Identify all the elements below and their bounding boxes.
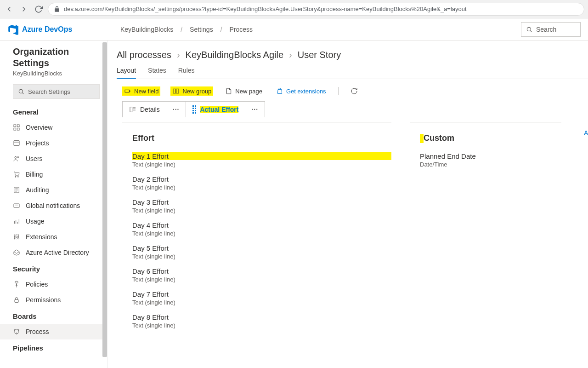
new-page-icon — [225, 87, 232, 95]
new-group-button[interactable]: New group — [170, 86, 213, 96]
field-name: Day 8 Effort — [132, 313, 391, 321]
logo-area[interactable]: Azure DevOps — [7, 24, 120, 35]
field-type: Text (single line) — [132, 253, 391, 260]
sidebar-search-placeholder: Search Settings — [28, 88, 70, 95]
field-name: Day 2 Effort — [132, 175, 391, 183]
truncated-panel: A — [580, 122, 588, 368]
page-breadcrumb: All processes › KeyBuildingBlocks Agile … — [117, 50, 588, 60]
get-extensions-link[interactable]: Get extensions — [274, 86, 328, 96]
tab-layout[interactable]: Layout — [117, 67, 136, 79]
svg-rect-26 — [15, 281, 18, 283]
page-tab-details[interactable]: Details ··· — [122, 101, 186, 117]
details-icon — [129, 106, 136, 113]
back-icon[interactable] — [4, 4, 15, 15]
browser-bar: dev.azure.com/KeyBuildingBlocks/_setting… — [0, 0, 588, 18]
field-type: Text (single line) — [132, 276, 391, 283]
sidebar-item-users[interactable]: Users — [13, 151, 100, 167]
svg-point-32 — [16, 333, 17, 334]
new-group-icon — [172, 87, 180, 95]
svg-point-24 — [16, 236, 17, 238]
refresh-button[interactable] — [349, 86, 360, 96]
page-tab-actual-effort[interactable]: Actual Effort ··· — [186, 101, 265, 117]
more-icon[interactable]: ··· — [251, 106, 258, 113]
top-header: Azure DevOps KeyBuildingBlocks/ Settings… — [0, 18, 588, 40]
page-crumb-process[interactable]: KeyBuildingBlocks Agile — [186, 50, 283, 60]
breadcrumb-item[interactable]: Settings — [190, 26, 213, 33]
tab-states[interactable]: States — [148, 67, 166, 79]
svg-point-31 — [18, 329, 19, 331]
new-page-button[interactable]: New page — [223, 86, 264, 96]
sidebar-item-usage[interactable]: Usage — [13, 213, 100, 229]
group-title: Effort — [132, 133, 154, 143]
tab-rules[interactable]: Rules — [178, 67, 195, 79]
field-item[interactable]: Day 6 EffortText (single line) — [132, 267, 391, 283]
field-name: Day 4 Effort — [132, 221, 391, 229]
search-icon — [526, 26, 532, 33]
page-crumb-all-processes[interactable]: All processes — [117, 50, 171, 60]
field-item[interactable]: Day 7 EffortText (single line) — [132, 290, 391, 306]
sidebar-item-overview[interactable]: Overview — [13, 120, 100, 135]
svg-rect-4 — [14, 125, 16, 127]
toolbar-divider — [338, 87, 339, 95]
field-item[interactable]: Day 8 EffortText (single line) — [132, 313, 391, 329]
sidebar-item-process[interactable]: Process — [0, 324, 107, 339]
field-item[interactable]: Day 1 EffortText (single line) — [132, 152, 391, 168]
group-effort: Effort Day 1 EffortText (single line)Day… — [122, 122, 391, 368]
svg-point-2 — [19, 89, 23, 93]
field-type: Text (single line) — [132, 299, 391, 306]
sidebar-item-billing[interactable]: Billing — [13, 167, 100, 182]
sidebar-section-security: Security — [13, 265, 100, 273]
highlight-marker — [420, 134, 424, 143]
breadcrumb-item[interactable]: Process — [230, 26, 253, 33]
svg-rect-6 — [14, 128, 16, 130]
svg-rect-36 — [173, 89, 175, 93]
breadcrumb-item[interactable]: KeyBuildingBlocks — [120, 26, 173, 33]
sidebar-item-extensions[interactable]: Extensions — [13, 229, 100, 245]
field-item[interactable]: Day 2 EffortText (single line) — [132, 175, 391, 191]
forward-icon[interactable] — [18, 4, 29, 15]
reload-icon[interactable] — [33, 4, 44, 15]
new-field-icon — [124, 87, 131, 95]
sidebar-item-projects[interactable]: Projects — [13, 135, 100, 151]
svg-rect-33 — [125, 90, 129, 92]
page-tabs: Details ··· Actual Effort ··· — [117, 101, 588, 117]
sidebar-item-global-notifications[interactable]: Global notifications — [13, 198, 100, 213]
field-item[interactable]: Day 3 EffortText (single line) — [132, 198, 391, 214]
field-type: Text (single line) — [132, 184, 391, 191]
more-icon[interactable]: ··· — [173, 106, 180, 113]
global-search[interactable]: Search — [521, 22, 581, 37]
field-name: Day 1 Effort — [132, 152, 391, 160]
svg-point-10 — [15, 156, 17, 158]
chevron-right-icon: › — [177, 50, 180, 60]
sidebar-item-aad[interactable]: Azure Active Directory — [13, 245, 100, 260]
sidebar-item-auditing[interactable]: Auditing — [13, 182, 100, 198]
sidebar-item-policies[interactable]: Policies — [13, 276, 100, 292]
page-tab-label: Details — [140, 106, 160, 113]
svg-point-30 — [14, 329, 16, 331]
field-name: Day 6 Effort — [132, 267, 391, 275]
field-type: Text (single line) — [132, 207, 391, 214]
group-title: Custom — [424, 133, 454, 143]
svg-rect-37 — [176, 89, 179, 93]
field-item[interactable]: Day 5 EffortText (single line) — [132, 244, 391, 260]
sidebar-search[interactable]: Search Settings — [13, 84, 100, 99]
svg-rect-18 — [14, 204, 19, 207]
sidebar-title: OrganizationSettings — [13, 46, 100, 69]
sidebar-item-permissions[interactable]: Permissions — [13, 292, 100, 308]
field-item[interactable]: Planned End DateDate/Time — [420, 152, 561, 168]
field-name: Day 5 Effort — [132, 244, 391, 252]
field-name: Planned End Date — [420, 152, 561, 160]
drag-handle-icon[interactable] — [192, 105, 196, 114]
sidebar-scrollbar[interactable] — [102, 42, 107, 357]
field-item[interactable]: Day 4 EffortText (single line) — [132, 221, 391, 237]
url-bar[interactable]: dev.azure.com/KeyBuildingBlocks/_setting… — [48, 3, 584, 16]
sidebar-org: KeyBuildingBlocks — [13, 70, 100, 77]
breadcrumb: KeyBuildingBlocks/ Settings/ Process — [120, 26, 253, 33]
field-name: Day 3 Effort — [132, 198, 391, 206]
svg-marker-25 — [14, 250, 19, 253]
svg-point-13 — [17, 176, 18, 177]
lock-icon — [54, 6, 60, 12]
svg-point-0 — [527, 27, 531, 31]
page-crumb-workitem[interactable]: User Story — [298, 50, 341, 60]
new-field-button[interactable]: New field — [122, 86, 160, 96]
